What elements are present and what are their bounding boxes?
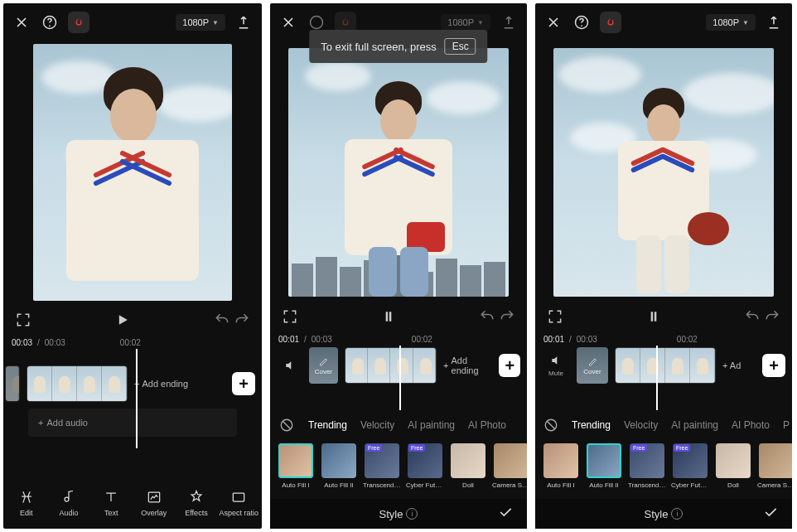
tab-more[interactable]: P xyxy=(783,419,790,431)
top-bar: 1080P▼ xyxy=(3,3,262,41)
tool-aspect[interactable]: Aspect ratio xyxy=(219,489,258,517)
add-clip-button[interactable]: + xyxy=(499,354,520,377)
none-icon[interactable] xyxy=(543,417,558,433)
tool-effects[interactable]: Effects xyxy=(176,489,216,517)
resolution-label: 1080P xyxy=(182,17,209,27)
timeline[interactable]: Cover + Add ending + xyxy=(270,346,527,410)
confirm-icon[interactable] xyxy=(497,504,514,524)
timeline[interactable]: Mute Cover + Ad + xyxy=(535,346,792,410)
tooltip-key: Esc xyxy=(445,38,476,55)
pause-icon[interactable] xyxy=(379,307,398,326)
tool-bar: Edit Audio Text Overlay Effects Aspect r… xyxy=(3,477,262,529)
clip-prev[interactable] xyxy=(5,365,20,402)
confirm-icon[interactable] xyxy=(762,504,779,524)
tab-trending[interactable]: Trending xyxy=(308,419,347,431)
mute-button[interactable]: Mute xyxy=(542,354,570,377)
total-time: 00:03 xyxy=(312,335,332,344)
preview-area xyxy=(270,45,527,300)
preview-image xyxy=(33,44,232,301)
time-indicator: 00:03 / 00:03 00:02 xyxy=(3,336,262,349)
info-icon[interactable]: i xyxy=(671,508,683,520)
undo-icon[interactable] xyxy=(212,310,232,330)
resolution-selector[interactable]: 1080P▼ xyxy=(176,14,225,31)
flame-icon[interactable] xyxy=(68,12,89,33)
export-icon[interactable] xyxy=(499,15,519,30)
undo-icon[interactable] xyxy=(477,307,497,326)
effect-item[interactable]: Auto Fill II xyxy=(320,443,358,489)
help-icon[interactable] xyxy=(572,12,592,32)
cover-button[interactable]: Cover xyxy=(309,347,338,384)
preview-image xyxy=(288,48,509,297)
resolution-selector[interactable]: 1080P▼ xyxy=(441,14,490,31)
pause-icon[interactable] xyxy=(644,307,664,326)
effect-item[interactable]: FreeCyber Future xyxy=(406,443,444,489)
tool-text[interactable]: Text xyxy=(91,489,131,517)
time-indicator: 00:01/00:03 00:02 xyxy=(270,333,527,346)
tab-trending[interactable]: Trending xyxy=(572,419,611,431)
close-icon[interactable] xyxy=(12,12,31,32)
total-time: 00:03 xyxy=(45,338,65,347)
tab-ai-painting[interactable]: AI painting xyxy=(671,419,718,431)
add-clip-button[interactable]: + xyxy=(232,372,255,395)
mute-button[interactable] xyxy=(277,359,302,372)
effects-list[interactable]: Auto Fill IAuto Fill IIFreeTranscende..F… xyxy=(270,440,527,492)
svg-point-7 xyxy=(581,25,582,27)
tab-velocity[interactable]: Velocity xyxy=(624,419,658,431)
timeline[interactable]: + Add ending + + Add audio xyxy=(3,349,262,448)
add-clip-button[interactable]: + xyxy=(762,354,785,377)
none-icon[interactable] xyxy=(278,417,295,433)
effect-item[interactable]: Doll xyxy=(714,443,752,489)
effect-item[interactable]: FreeTranscende.. xyxy=(363,443,401,489)
fullscreen-icon[interactable] xyxy=(545,307,565,326)
close-icon[interactable] xyxy=(543,12,563,32)
add-ending-button[interactable]: + Add ending xyxy=(134,379,188,389)
editor-pane-3: 1080P▼ 00:01/00:03 xyxy=(535,3,792,529)
effect-item[interactable]: Camera Sha.. xyxy=(757,443,792,489)
resolution-selector[interactable]: 1080P▼ xyxy=(706,14,756,31)
tool-edit[interactable]: Edit xyxy=(7,489,46,517)
preview-area xyxy=(3,41,262,303)
effect-item[interactable]: Camera Sha.. xyxy=(492,443,527,489)
effects-list[interactable]: Auto Fill IAuto Fill IIFreeTranscende..F… xyxy=(535,440,792,492)
play-icon[interactable] xyxy=(113,310,133,330)
redo-icon[interactable] xyxy=(232,310,252,330)
flame-icon[interactable] xyxy=(600,12,621,33)
effect-tabs: Trending Velocity AI painting AI Photo xyxy=(270,410,527,440)
top-bar: 1080P▼ xyxy=(535,3,792,41)
clip-main[interactable] xyxy=(345,347,437,384)
editor-pane-1: 1080P▼ 00:03 / 00:03 00:02 xyxy=(3,3,262,529)
tab-velocity[interactable]: Velocity xyxy=(360,419,394,431)
tab-ai-photo[interactable]: AI Photo xyxy=(732,419,770,431)
tool-audio[interactable]: Audio xyxy=(49,489,89,517)
cover-button[interactable]: Cover xyxy=(577,347,608,384)
undo-icon[interactable] xyxy=(742,307,762,326)
effect-item[interactable]: Auto Fill II xyxy=(585,443,623,489)
redo-icon[interactable] xyxy=(762,307,782,326)
add-ending-button[interactable]: + Add ending xyxy=(443,355,492,375)
help-icon[interactable] xyxy=(40,12,60,32)
tab-ai-photo[interactable]: AI Photo xyxy=(468,419,506,431)
close-icon[interactable] xyxy=(278,12,298,32)
export-icon[interactable] xyxy=(234,15,254,30)
playback-controls xyxy=(3,303,262,336)
effect-item[interactable]: FreeTranscende.. xyxy=(628,443,666,489)
tab-ai-painting[interactable]: AI painting xyxy=(408,419,455,431)
info-icon[interactable]: i xyxy=(406,508,418,520)
fullscreen-icon[interactable] xyxy=(280,307,300,326)
effect-item[interactable]: Doll xyxy=(449,443,487,489)
redo-icon[interactable] xyxy=(497,307,517,326)
effect-label: Auto Fill II xyxy=(320,481,358,489)
effect-item[interactable]: Auto Fill I xyxy=(542,443,580,489)
clip-main[interactable] xyxy=(615,347,716,384)
export-icon[interactable] xyxy=(764,15,784,30)
effect-item[interactable]: FreeCyber Future xyxy=(671,443,709,489)
add-ending-button[interactable]: + Ad xyxy=(722,360,741,370)
effect-item[interactable]: Auto Fill I xyxy=(277,443,315,489)
style-bar: Stylei xyxy=(270,499,527,529)
tool-overlay[interactable]: Overlay xyxy=(134,489,174,517)
effect-label: Transcende.. xyxy=(628,481,666,489)
effect-label: Cyber Future xyxy=(406,481,444,489)
clip-main[interactable] xyxy=(27,365,128,402)
add-audio-button[interactable]: + Add audio xyxy=(28,409,237,437)
fullscreen-icon[interactable] xyxy=(13,310,33,330)
